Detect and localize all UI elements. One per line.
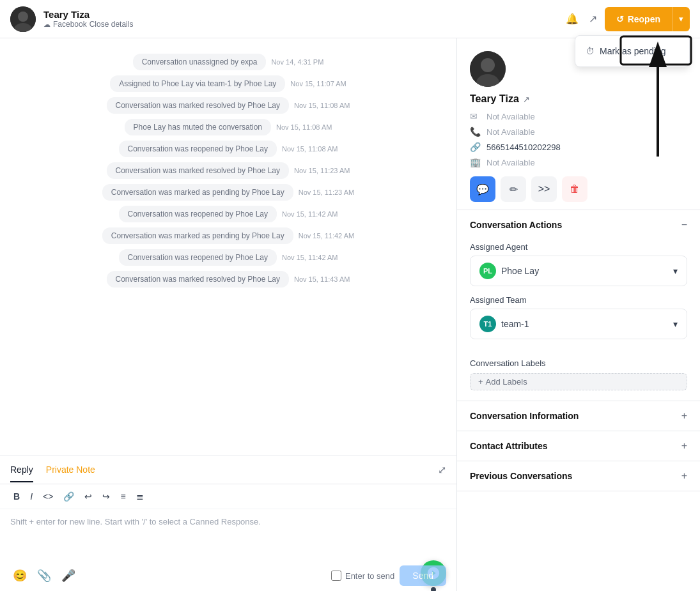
- reply-input-area[interactable]: Shift + enter for new line. Start with '…: [0, 509, 456, 560]
- message-time: Nov 15, 11:43 AM: [294, 275, 350, 283]
- message-text: Conversation was marked resolved by Phoe…: [107, 162, 289, 179]
- message-item: Conversation unassigned by expa Nov 14, …: [10, 54, 446, 70]
- delete-button[interactable]: 🗑: [562, 176, 587, 202]
- message-item: Conversation was reopened by Phoe Lay No…: [10, 249, 446, 266]
- contact-action-buttons: 💬 ✏ >> 🗑: [470, 176, 687, 202]
- ordered-list-button[interactable]: ≣: [133, 489, 147, 503]
- contact-address: Not Available: [486, 158, 535, 167]
- audio-button[interactable]: 🎤: [59, 566, 78, 585]
- assigned-team-select[interactable]: T1 team-1 ▾: [470, 309, 687, 339]
- assigned-agent-label: Assigned Agent: [470, 242, 687, 252]
- bold-button[interactable]: B: [10, 489, 23, 503]
- assigned-team-label: Assigned Team: [470, 295, 687, 305]
- tab-private-note[interactable]: Private Note: [46, 458, 95, 482]
- assigned-agent-select[interactable]: PL Phoe Lay ▾: [470, 256, 687, 286]
- pending-icon: ⏱: [586, 46, 595, 56]
- link-button[interactable]: 🔗: [60, 489, 77, 503]
- message-time: Nov 15, 11:23 AM: [294, 167, 350, 174]
- message-item: Conversation was marked resolved by Phoe…: [10, 97, 446, 114]
- new-message-button[interactable]: 💬: [470, 176, 495, 202]
- mark-as-pending-item[interactable]: ⏱ Mark as pending: [575, 40, 689, 63]
- svg-point-1: [18, 12, 28, 22]
- messages-list[interactable]: Conversation unassigned by expa Nov 14, …: [0, 38, 456, 456]
- header-name: Teary Tiza: [43, 9, 563, 20]
- conversation-actions-header[interactable]: Conversation Actions −: [457, 210, 700, 240]
- tab-reply[interactable]: Reply: [10, 458, 33, 482]
- attachment-button[interactable]: 📎: [35, 566, 54, 585]
- reopen-dropdown-button[interactable]: ▾: [672, 7, 690, 31]
- conversation-actions-title: Conversation Actions: [470, 220, 562, 230]
- message-text: Assigned to Phoe Lay via team-1 by Phoe …: [110, 75, 285, 92]
- reopen-button[interactable]: ↺ Reopen: [605, 7, 672, 31]
- chevron-down-icon: ▾: [673, 319, 678, 329]
- expand-icon: +: [681, 440, 687, 452]
- assigned-team-name: team-1: [501, 319, 529, 329]
- share-button[interactable]: ↗: [586, 10, 600, 27]
- undo-button[interactable]: ↩: [81, 489, 95, 503]
- reply-area: Reply Private Note ⤢ B I <> 🔗 ↩ ↪ ≡ ≣ Sh…: [0, 456, 456, 591]
- message-item: Phoe Lay has muted the conversation Nov …: [10, 119, 446, 135]
- contact-id-row: 🔗 5665144510202298: [470, 142, 687, 152]
- message-text: Conversation was marked as pending by Ph…: [102, 227, 293, 244]
- add-labels-button[interactable]: + Add Labels: [470, 373, 687, 390]
- emoji-button[interactable]: 😊: [10, 566, 29, 585]
- message-item: Conversation was reopened by Phoe Lay No…: [10, 206, 446, 222]
- expand-icon: +: [681, 470, 687, 482]
- message-text: Conversation was marked as pending by Ph…: [102, 184, 293, 201]
- message-text: Conversation was marked resolved by Phoe…: [107, 97, 289, 114]
- contact-id: 5665144510202298: [486, 142, 561, 152]
- italic-button[interactable]: I: [27, 489, 36, 503]
- contact-name: Teary Tiza: [470, 93, 519, 105]
- header-info: Teary Tiza ☁ Facebook Close details: [43, 9, 563, 29]
- message-item: Assigned to Phoe Lay via team-1 by Phoe …: [10, 75, 446, 92]
- message-time: Nov 15, 11:42 AM: [299, 232, 354, 240]
- add-labels-label: Add Labels: [486, 377, 527, 387]
- previous-conversations-section[interactable]: Previous Conversations +: [457, 461, 700, 491]
- chat-area: Conversation unassigned by expa Nov 14, …: [0, 38, 457, 591]
- edit-button[interactable]: ✏: [501, 176, 526, 202]
- conversation-info-section[interactable]: Conversation Information +: [457, 401, 700, 431]
- assigned-agent-value: PL Phoe Lay: [479, 263, 539, 279]
- message-time: Nov 15, 11:23 AM: [299, 188, 354, 196]
- send-button[interactable]: Send: [400, 565, 446, 586]
- header-avatar: [10, 6, 36, 32]
- sidebar: Teary Tiza ↗ ✉ Not Available 📞 Not Avail…: [457, 38, 700, 591]
- message-text: Conversation was reopened by Phoe Lay: [119, 206, 277, 222]
- previous-conversations-title: Previous Conversations: [470, 471, 572, 481]
- assigned-team-value: T1 team-1: [479, 316, 529, 332]
- message-text: Phoe Lay has muted the conversation: [125, 119, 271, 135]
- reopen-icon: ↺: [616, 14, 624, 24]
- message-text: Conversation unassigned by expa: [133, 54, 267, 70]
- message-time: Nov 15, 11:42 AM: [282, 210, 338, 218]
- svg-point-7: [481, 58, 495, 72]
- enter-to-send-control: Enter to send: [331, 571, 394, 581]
- redo-button[interactable]: ↪: [99, 489, 113, 503]
- external-link-icon[interactable]: ↗: [523, 95, 530, 104]
- message-item: Conversation was marked resolved by Phoe…: [10, 162, 446, 179]
- plus-icon: +: [478, 377, 483, 387]
- unordered-list-button[interactable]: ≡: [117, 489, 128, 503]
- contact-email: Not Available: [486, 112, 535, 121]
- expand-reply-button[interactable]: ⤢: [438, 464, 446, 476]
- contact-attributes-title: Contact Attributes: [470, 441, 548, 451]
- reply-placeholder: Shift + enter for new line. Start with '…: [10, 517, 446, 526]
- enter-to-send-label: Enter to send: [345, 571, 394, 581]
- forward-button[interactable]: >>: [531, 176, 557, 202]
- contact-address-row: 🏢 Not Available: [470, 157, 687, 167]
- reopen-label: Reopen: [628, 14, 660, 24]
- platform-label: Facebook: [53, 20, 87, 29]
- chevron-down-icon: ▾: [679, 14, 683, 24]
- conversation-actions-toggle[interactable]: −: [681, 219, 687, 231]
- conversation-actions-section: Conversation Actions − Assigned Agent PL…: [457, 210, 700, 401]
- enter-to-send-checkbox[interactable]: [331, 571, 341, 581]
- mark-as-pending-label: Mark as pending: [600, 46, 666, 56]
- code-button[interactable]: <>: [40, 489, 56, 503]
- mute-button[interactable]: 🔔: [563, 10, 581, 27]
- message-time: Nov 15, 11:07 AM: [290, 80, 346, 88]
- header-sub: ☁ Facebook Close details: [43, 20, 563, 29]
- agent-avatar: PL: [479, 263, 496, 279]
- close-details-link[interactable]: Close details: [89, 20, 134, 29]
- message-time: Nov 15, 11:42 AM: [282, 254, 338, 261]
- message-time: Nov 15, 11:08 AM: [282, 145, 338, 153]
- contact-attributes-section[interactable]: Contact Attributes +: [457, 431, 700, 461]
